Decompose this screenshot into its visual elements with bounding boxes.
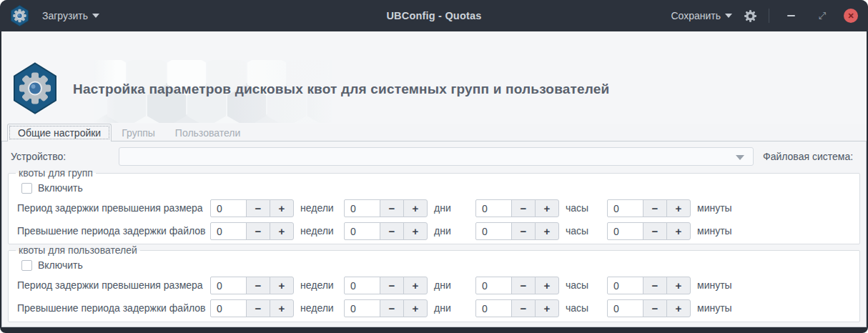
spin-minus-button[interactable]: − <box>246 222 270 240</box>
spin-plus-button[interactable]: + <box>666 277 691 294</box>
spin-minus-button[interactable]: − <box>511 299 536 317</box>
quota-gear-icon <box>12 62 58 114</box>
settings-gear-icon[interactable] <box>744 9 757 23</box>
minimize-button[interactable] <box>781 6 801 26</box>
spin-minus-button[interactable]: − <box>643 277 667 294</box>
unit-label: дни <box>434 222 451 240</box>
titlebar: Загрузить UBConfig - Quotas Сохранить ⤢ … <box>0 0 868 31</box>
dropdown-arrow-icon <box>92 14 99 18</box>
group-quotas-box: квоты для групп Включить Период задержки… <box>8 173 860 244</box>
window-title: UBConfig - Quotas <box>386 10 481 21</box>
load-menu-label: Загрузить <box>42 10 88 21</box>
titlebar-separator <box>769 9 769 23</box>
page-header: Настройка параметров дисковых квот для с… <box>1 31 867 124</box>
unit-label: минуты <box>697 299 732 317</box>
spin-plus-button[interactable]: + <box>666 299 691 317</box>
spin-input[interactable] <box>475 222 512 240</box>
general-settings-pane: Устройство: Файловая система: квоты для … <box>1 141 867 327</box>
spin-plus-button[interactable]: + <box>403 222 428 240</box>
load-menu-button[interactable]: Загрузить <box>42 10 99 21</box>
spin-plus-button[interactable]: + <box>270 199 294 217</box>
spin-plus-button[interactable]: + <box>403 199 428 217</box>
dropdown-arrow-icon <box>725 14 732 18</box>
filesystem-label: Файловая система: <box>763 147 853 166</box>
spin-input[interactable] <box>344 299 380 317</box>
spin-plus-button[interactable]: + <box>535 222 559 240</box>
spin-plus-button[interactable]: + <box>535 199 559 217</box>
maximize-button[interactable]: ⤢ <box>812 6 832 26</box>
spin-minus-button[interactable]: − <box>643 299 667 317</box>
chevron-down-icon <box>736 155 744 160</box>
unit-label: часы <box>566 199 588 217</box>
unit-label: часы <box>566 277 588 294</box>
spin-minus-button[interactable]: − <box>246 299 270 317</box>
spin-plus-button[interactable]: + <box>666 199 691 217</box>
group-quotas-enable-checkbox[interactable] <box>21 183 32 194</box>
save-menu-button[interactable]: Сохранить <box>671 10 732 21</box>
spin-minus-button[interactable]: − <box>511 277 536 294</box>
spin-minus-button[interactable]: − <box>380 277 404 294</box>
spin-minus-button[interactable]: − <box>380 299 404 317</box>
spin-plus-button[interactable]: + <box>270 222 294 240</box>
tab-bar: Общие настройки Группы Пользователи <box>7 124 250 141</box>
spin-input[interactable] <box>344 222 380 240</box>
save-menu-label: Сохранить <box>671 10 721 21</box>
spin-plus-button[interactable]: + <box>535 277 559 294</box>
spin-minus-button[interactable]: − <box>643 199 667 217</box>
tab-general-settings[interactable]: Общие настройки <box>7 124 112 141</box>
close-button[interactable]: ✕ <box>844 9 858 23</box>
grace-files-label: Превышение периода задержки файлов <box>17 299 206 317</box>
unit-label: минуты <box>697 277 732 294</box>
device-combobox[interactable] <box>119 147 754 166</box>
window-body: Настройка параметров дисковых квот для с… <box>1 31 867 327</box>
device-label: Устройство: <box>11 147 66 166</box>
unit-label: дни <box>434 299 451 317</box>
maximize-icon: ⤢ <box>819 10 826 21</box>
unit-label: минуты <box>697 199 732 217</box>
user-quotas-title: квоты для пользователей <box>16 244 140 257</box>
spin-input[interactable] <box>475 199 512 217</box>
grace-size-label: Период задержки превышения размера <box>17 277 203 294</box>
unit-label: недели <box>300 199 334 217</box>
user-quotas-enable-checkbox[interactable] <box>21 260 32 271</box>
spin-input[interactable] <box>210 277 247 294</box>
user-quotas-box: квоты для пользователей Включить Период … <box>8 250 860 322</box>
spin-minus-button[interactable]: − <box>380 222 404 240</box>
grace-size-label: Период задержки превышения размера <box>17 199 203 217</box>
spin-plus-button[interactable]: + <box>270 299 294 317</box>
spin-plus-button[interactable]: + <box>403 277 428 294</box>
spin-input[interactable] <box>475 299 512 317</box>
spin-plus-button[interactable]: + <box>403 299 428 317</box>
spin-input[interactable] <box>344 199 380 217</box>
spin-input[interactable] <box>607 277 643 294</box>
spin-input[interactable] <box>607 299 643 317</box>
spin-minus-button[interactable]: − <box>380 199 404 217</box>
spin-input[interactable] <box>607 199 643 217</box>
spin-minus-button[interactable]: − <box>511 222 536 240</box>
unit-label: часы <box>566 222 588 240</box>
tab-groups[interactable]: Группы <box>112 124 165 141</box>
spin-input[interactable] <box>210 199 247 217</box>
spin-input[interactable] <box>210 299 247 317</box>
spin-minus-button[interactable]: − <box>246 277 270 294</box>
spin-plus-button[interactable]: + <box>535 299 559 317</box>
spin-input[interactable] <box>607 222 643 240</box>
spin-input[interactable] <box>475 277 512 294</box>
spin-minus-button[interactable]: − <box>511 199 536 217</box>
spin-input[interactable] <box>210 222 247 240</box>
tab-users[interactable]: Пользователи <box>165 124 250 141</box>
unit-label: недели <box>300 299 334 317</box>
minimize-icon <box>787 15 795 16</box>
unit-label: часы <box>566 299 588 317</box>
unit-label: дни <box>434 199 451 217</box>
close-icon: ✕ <box>847 11 854 21</box>
app-logo-icon <box>10 5 29 26</box>
spin-minus-button[interactable]: − <box>643 222 667 240</box>
spin-input[interactable] <box>344 277 380 294</box>
unit-label: недели <box>300 222 334 240</box>
spin-minus-button[interactable]: − <box>246 199 270 217</box>
spin-plus-button[interactable]: + <box>270 277 294 294</box>
app-window: Загрузить UBConfig - Quotas Сохранить ⤢ … <box>0 0 868 333</box>
group-quotas-enable-label: Включить <box>38 182 83 194</box>
spin-plus-button[interactable]: + <box>666 222 691 240</box>
